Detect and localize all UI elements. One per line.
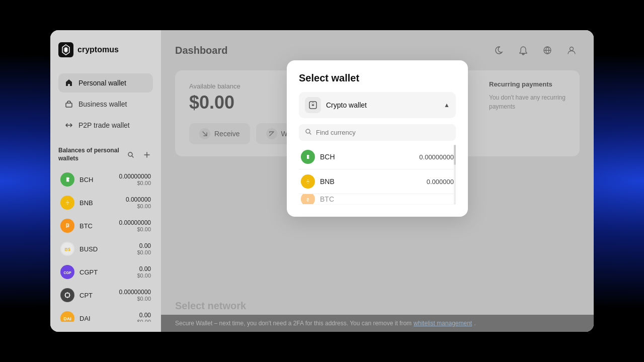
wallet-item-cgpt[interactable]: CGP CGPT 0.00 $0.00 [58,261,153,283]
busd-name: BUSD [79,245,132,253]
dai-balance: 0.00 $0.00 [137,312,151,322]
nav-business-wallet-label: Business wallet [78,100,127,108]
home-icon [64,78,73,87]
currency-search-input[interactable] [316,129,450,136]
modal-overlay: Select wallet Crypto wallet ▲ [161,30,594,332]
crypto-wallet-icon [305,97,321,113]
currency-list: BCH 0.00000000 BNB 0.000000 [299,145,456,205]
main-content: Dashboard Available balance $0.00 [161,30,594,332]
svg-text:B$: B$ [64,247,70,252]
bch-usd: $0.00 [119,180,151,186]
btc-amount: 0.00000000 [119,219,151,226]
modal-title: Select wallet [299,72,456,84]
bch-name: BCH [79,176,114,184]
busd-balance: 0.00 $0.00 [137,242,151,255]
wallet-item-bnb[interactable]: BNB 0.000000 $0.00 [58,192,153,214]
nav-personal-wallet-label: Personal wallet [78,79,126,87]
cpt-name: CPT [79,292,114,299]
modal-bnb-icon [301,174,315,189]
crypto-wallet-left: Crypto wallet [305,97,367,113]
btc-balance: 0.00000000 $0.00 [119,219,151,232]
cpt-usd: $0.00 [119,296,151,302]
sidebar: cryptomus Personal wallet Business walle… [50,30,161,332]
bnb-icon [60,196,74,210]
bch-amount: 0.00000000 [119,173,151,180]
logo: cryptomus [58,40,153,59]
balances-header: Balances of personal wallets [58,147,153,162]
svg-text:CGP: CGP [63,271,71,275]
p2p-icon [64,121,73,130]
nav-p2p-wallet-label: P2P trade wallet [78,121,130,129]
balances-actions [125,149,153,161]
wallet-item-dai[interactable]: DAI DAI 0.00 $0.00 [58,307,153,322]
wallet-item-bch[interactable]: BCH 0.00000000 $0.00 [58,168,153,191]
scrollbar-track [454,145,456,205]
modal-bnb-amount: 0.000000 [427,178,454,186]
nav-p2p-wallet[interactable]: P2P trade wallet [58,116,153,135]
dai-usd: $0.00 [137,319,151,322]
currency-search-box [299,124,456,141]
svg-rect-1 [66,103,72,107]
svg-point-10 [61,289,74,302]
bnb-amount: 0.000000 [126,196,151,203]
cgpt-usd: $0.00 [137,273,151,279]
search-icon [305,128,312,137]
dai-amount: 0.00 [137,312,151,319]
cgpt-amount: 0.00 [137,265,151,273]
bnb-usd: $0.00 [126,203,151,209]
wallet-item-cpt[interactable]: CPT 0.00000000 $0.00 [58,284,153,306]
add-wallet-button[interactable] [141,149,153,161]
modal-btc-name: BTC [320,195,454,203]
cgpt-icon: CGP [60,265,74,279]
dai-icon: DAI [60,311,74,322]
wallet-item-btc[interactable]: BTC 0.00000000 $0.00 [58,215,153,237]
cgpt-balance: 0.00 $0.00 [137,265,151,279]
modal-btc-icon: ₿ [301,194,315,205]
busd-usd: $0.00 [137,249,151,255]
logo-icon [58,42,73,57]
btc-name: BTC [79,222,114,230]
cgpt-name: CGPT [79,268,132,276]
app-container: cryptomus Personal wallet Business walle… [50,30,594,332]
bnb-balance: 0.000000 $0.00 [126,196,151,209]
svg-point-5 [64,222,71,229]
crypto-wallet-label: Crypto wallet [326,101,367,109]
btc-usd: $0.00 [119,226,151,232]
cpt-balance: 0.00000000 $0.00 [119,289,151,302]
wallet-item-busd[interactable]: B$ BUSD 0.00 $0.00 [58,238,153,260]
modal-bnb-name: BNB [320,177,422,186]
busd-amount: 0.00 [137,242,151,249]
logo-text: cryptomus [77,45,119,54]
business-icon [64,100,73,109]
busd-icon: B$ [60,242,74,256]
svg-point-17 [306,129,310,133]
modal-bch-amount: 0.00000000 [419,153,454,161]
bch-icon [60,172,74,187]
cpt-amount: 0.00000000 [119,289,151,296]
crypto-wallet-selector[interactable]: Crypto wallet ▲ [299,92,456,118]
currency-item-bch[interactable]: BCH 0.00000000 [299,145,456,169]
currency-item-btc[interactable]: ₿ BTC [299,194,456,205]
select-wallet-modal: Select wallet Crypto wallet ▲ [287,60,468,217]
dai-name: DAI [79,315,132,322]
nav-business-wallet[interactable]: Business wallet [58,95,153,114]
balances-title: Balances of personal wallets [58,147,125,162]
bnb-name: BNB [79,199,121,207]
modal-bch-name: BCH [320,153,414,161]
search-wallets-button[interactable] [125,149,137,161]
svg-point-2 [128,152,132,156]
chevron-up-icon: ▲ [444,102,450,109]
svg-text:DAI: DAI [63,316,71,321]
wallet-list: BCH 0.00000000 $0.00 BNB 0.000000 $0.00 [58,168,153,322]
scrollbar-thumb [454,145,456,165]
bch-balance: 0.00000000 $0.00 [119,173,151,186]
currency-item-bnb[interactable]: BNB 0.000000 [299,169,456,194]
nav-personal-wallet[interactable]: Personal wallet [58,73,153,93]
modal-bch-icon [301,150,315,164]
cpt-icon [60,288,74,302]
btc-icon [60,219,74,233]
